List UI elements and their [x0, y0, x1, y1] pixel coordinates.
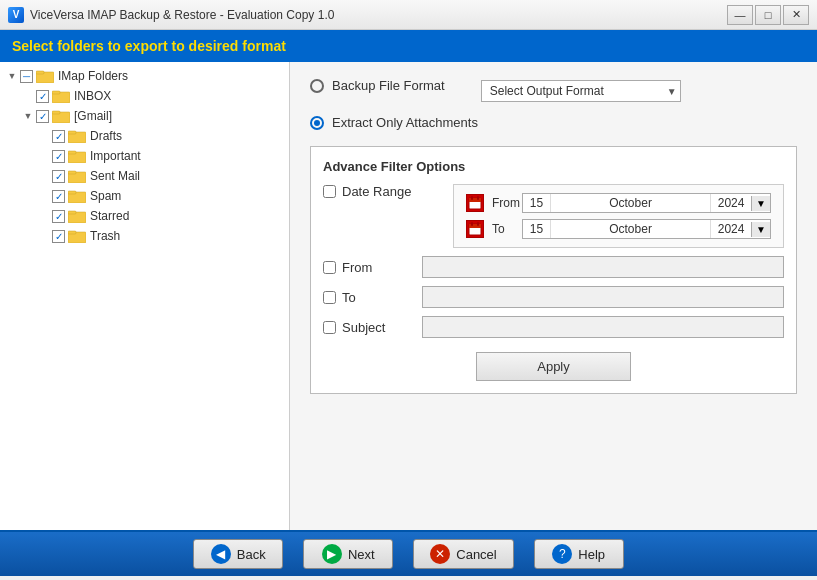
tree-item-inbox[interactable]: ▶ INBOX: [20, 86, 285, 106]
backup-file-radio[interactable]: [310, 79, 324, 93]
label-imap-folders: IMap Folders: [58, 69, 128, 83]
from-date-row: From 15 October 2024 ▼: [466, 193, 771, 213]
to-email-checkbox[interactable]: [323, 291, 336, 304]
date-range-container: Date Range From: [323, 184, 784, 248]
from-date-picker-button[interactable]: ▼: [751, 196, 770, 211]
help-button[interactable]: ? Help: [534, 539, 624, 569]
maximize-button[interactable]: □: [755, 5, 781, 25]
to-date-row: To 15 October 2024 ▼: [466, 219, 771, 239]
cancel-button[interactable]: ✕ Cancel: [413, 539, 513, 569]
date-range-checkbox[interactable]: [323, 185, 336, 198]
tree-item-imap-folders[interactable]: ▼ IMap Folders: [4, 66, 285, 86]
to-email-row: To: [323, 286, 784, 308]
to-calendar-icon[interactable]: [466, 220, 484, 238]
to-year[interactable]: 2024: [711, 220, 751, 238]
app-icon: V: [8, 7, 24, 23]
main-content: ▼ IMap Folders ▶ INBOX: [0, 62, 817, 530]
checkbox-imap-folders[interactable]: [20, 70, 33, 83]
svg-rect-9: [68, 151, 76, 154]
tree-item-spam[interactable]: ▶ Spam: [36, 186, 285, 206]
svg-rect-15: [68, 211, 76, 214]
svg-rect-23: [469, 224, 481, 228]
minimize-button[interactable]: —: [727, 5, 753, 25]
to-month[interactable]: October: [551, 220, 711, 238]
back-icon: ◀: [211, 544, 231, 564]
svg-rect-19: [469, 198, 481, 202]
checkbox-trash[interactable]: [52, 230, 65, 243]
from-email-checkbox[interactable]: [323, 261, 336, 274]
date-range-checkbox-row: Date Range: [323, 184, 433, 199]
toggle-imap-folders[interactable]: ▼: [4, 68, 20, 84]
from-day[interactable]: 15: [523, 194, 551, 212]
checkbox-sent-mail[interactable]: [52, 170, 65, 183]
tree-item-sent-mail[interactable]: ▶ Sent Mail: [36, 166, 285, 186]
from-date-input[interactable]: 15 October 2024 ▼: [522, 193, 771, 213]
tree-item-gmail[interactable]: ▼ [Gmail]: [20, 106, 285, 126]
folder-icon-important: [68, 149, 86, 163]
checkbox-inbox[interactable]: [36, 90, 49, 103]
svg-rect-20: [471, 196, 473, 200]
label-gmail: [Gmail]: [74, 109, 112, 123]
folder-icon-trash: [68, 229, 86, 243]
tree-item-important[interactable]: ▶ Important: [36, 146, 285, 166]
folder-icon-sent-mail: [68, 169, 86, 183]
folder-icon-starred: [68, 209, 86, 223]
cancel-icon: ✕: [430, 544, 450, 564]
tree-item-trash[interactable]: ▶ Trash: [36, 226, 285, 246]
folder-icon-imap: [36, 69, 54, 83]
label-drafts: Drafts: [90, 129, 122, 143]
tree-item-drafts[interactable]: ▶ Drafts: [36, 126, 285, 146]
subject-input[interactable]: [422, 316, 784, 338]
toggle-gmail[interactable]: ▼: [20, 108, 36, 124]
from-year[interactable]: 2024: [711, 194, 751, 212]
tree-item-starred[interactable]: ▶ Starred: [36, 206, 285, 226]
output-format-select[interactable]: Select Output Format: [481, 80, 681, 102]
extract-attachments-option[interactable]: Extract Only Attachments: [310, 115, 797, 130]
from-label: From: [492, 196, 522, 210]
back-button[interactable]: ◀ Back: [193, 539, 283, 569]
help-label: Help: [578, 547, 605, 562]
from-email-label: From: [342, 260, 422, 275]
app-header: Select folders to export to desired form…: [0, 30, 817, 62]
checkbox-drafts[interactable]: [52, 130, 65, 143]
from-email-input[interactable]: [422, 256, 784, 278]
svg-rect-21: [477, 196, 479, 200]
label-sent-mail: Sent Mail: [90, 169, 140, 183]
back-label: Back: [237, 547, 266, 562]
extract-attachments-radio[interactable]: [310, 116, 324, 130]
to-date-picker-button[interactable]: ▼: [751, 222, 770, 237]
filter-title: Advance Filter Options: [323, 159, 784, 174]
svg-rect-1: [36, 71, 44, 74]
title-bar: V ViceVersa IMAP Backup & Restore - Eval…: [0, 0, 817, 30]
svg-rect-7: [68, 131, 76, 134]
backup-format-row: Backup File Format Select Output Format …: [310, 78, 797, 103]
label-starred: Starred: [90, 209, 129, 223]
output-format-wrapper[interactable]: Select Output Format ▼: [461, 80, 681, 102]
svg-rect-13: [68, 191, 76, 194]
date-range-label: Date Range: [342, 184, 422, 199]
svg-rect-25: [477, 222, 479, 226]
label-trash: Trash: [90, 229, 120, 243]
to-email-input[interactable]: [422, 286, 784, 308]
svg-rect-17: [68, 231, 76, 234]
svg-rect-24: [471, 222, 473, 226]
to-email-label: To: [342, 290, 422, 305]
from-calendar-icon[interactable]: [466, 194, 484, 212]
backup-file-option[interactable]: Backup File Format: [310, 78, 445, 93]
to-date-input[interactable]: 15 October 2024 ▼: [522, 219, 771, 239]
to-label: To: [492, 222, 522, 236]
right-panel: Backup File Format Select Output Format …: [290, 62, 817, 530]
page-title: Select folders to export to desired form…: [12, 38, 805, 54]
date-range-inputs: From 15 October 2024 ▼: [453, 184, 784, 248]
close-button[interactable]: ✕: [783, 5, 809, 25]
checkbox-starred[interactable]: [52, 210, 65, 223]
label-important: Important: [90, 149, 141, 163]
checkbox-spam[interactable]: [52, 190, 65, 203]
subject-checkbox[interactable]: [323, 321, 336, 334]
apply-button[interactable]: Apply: [476, 352, 631, 381]
checkbox-important[interactable]: [52, 150, 65, 163]
checkbox-gmail[interactable]: [36, 110, 49, 123]
next-button[interactable]: ▶ Next: [303, 539, 393, 569]
to-day[interactable]: 15: [523, 220, 551, 238]
from-month[interactable]: October: [551, 194, 711, 212]
